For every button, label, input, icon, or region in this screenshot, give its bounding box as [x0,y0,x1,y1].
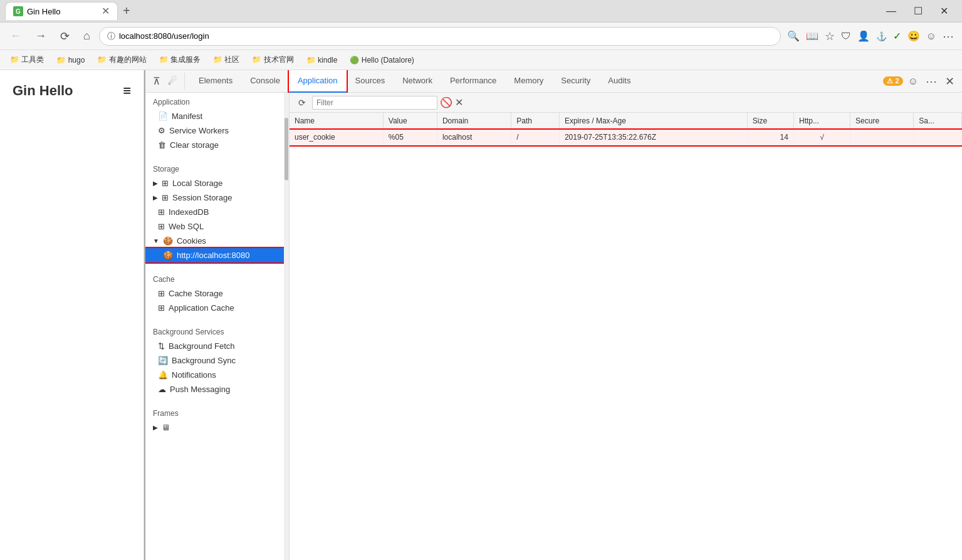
sidebar-item-cookies[interactable]: ▼ 🍪 Cookies [145,234,289,248]
push-messaging-icon: ☁ [158,385,166,394]
back-button[interactable]: ← [5,27,26,45]
profile-btn[interactable]: 👤 [855,28,872,44]
bookmark-integration[interactable]: 📁 集成服务 [154,53,206,67]
more-btn[interactable]: ⋯ [940,27,957,46]
col-size[interactable]: Size [747,113,793,130]
sidebar-item-service-workers[interactable]: ⚙ Service Workers [145,123,289,138]
sidebar-item-app-cache[interactable]: ⊞ Application Cache [145,301,289,315]
local-storage-icon: ⊞ [162,179,169,188]
cell-name: user_cookie [290,130,383,145]
bookmark-interesting[interactable]: 📁 有趣的网站 [92,53,151,67]
col-domain[interactable]: Domain [437,113,511,130]
extension-btn[interactable]: ⚓ [874,29,889,44]
localhost-icon: 🍪 [163,251,173,260]
sidebar-item-bg-sync[interactable]: 🔄 Background Sync [145,353,289,368]
bookmark-kindle[interactable]: 📁 kindle [301,54,343,66]
bookmark-tech[interactable]: 📁 技术官网 [247,53,298,67]
tab-security[interactable]: Security [552,70,599,93]
home-button[interactable]: ⌂ [78,27,95,45]
cache-storage-icon: ⊞ [158,289,165,298]
shield-btn[interactable]: 🛡 [839,28,854,44]
col-expires[interactable]: Expires / Max-Age [559,113,747,130]
frames-icon: 🖥 [162,423,170,432]
tab-elements[interactable]: Elements [190,70,241,93]
indexeddb-label: IndexedDB [169,207,209,217]
page-header: Gin Hello ≡ [13,83,131,99]
col-http[interactable]: Http... [793,113,850,130]
tab-audits[interactable]: Audits [599,70,639,93]
minimize-button[interactable]: — [877,3,905,19]
cookies-arrow: ▼ [153,237,159,244]
filter-block-button[interactable]: 🚫 [440,96,452,108]
devtools-toolbar: ⊼ ☄ Elements Console Application Sources [145,70,962,93]
col-path[interactable]: Path [511,113,560,130]
tab-favicon: G [13,6,23,16]
refresh-button[interactable]: ⟳ [295,96,310,109]
tab-console[interactable]: Console [241,70,289,93]
col-name[interactable]: Name [290,113,383,130]
forward-button[interactable]: → [30,27,51,45]
filter-close-button[interactable]: ✕ [455,96,463,108]
device-icon[interactable]: ☄ [165,73,179,90]
manifest-icon: 📄 [158,111,168,121]
new-tab-button[interactable]: + [120,4,133,18]
address-input[interactable]: localhost:8080/user/login [119,31,773,41]
tab-application[interactable]: Application [289,70,347,93]
close-button[interactable]: ✕ [931,3,957,19]
emoji-btn[interactable]: ☺ [906,73,921,90]
cookies-icon: 🍪 [163,236,173,246]
reload-button[interactable]: ⟳ [55,27,75,46]
sidebar-item-localhost[interactable]: 🍪 http://localhost:8080 [145,248,289,262]
filter-bar: ⟳ 🚫 ✕ [290,93,962,113]
tab-sources[interactable]: Sources [347,70,394,93]
cookie-table: Name Value Domain Path Expires / Max-Age… [290,113,962,560]
sidebar-item-cache-storage[interactable]: ⊞ Cache Storage [145,286,289,301]
user-icon-btn[interactable]: 😀 [905,28,923,44]
tab-performance[interactable]: Performance [441,70,505,93]
sidebar-item-bg-fetch[interactable]: ⇅ Background Fetch [145,339,289,353]
reading-list-btn[interactable]: 📖 [803,28,821,44]
table-row[interactable]: user_cookie %05 localhost / 2019-07-25T1… [290,130,962,145]
sidebar-item-session-storage[interactable]: ▶ ⊞ Session Storage [145,190,289,205]
app-cache-label: Application Cache [169,303,234,313]
search-icon-btn[interactable]: 🔍 [785,28,802,44]
smiley-btn[interactable]: ☺ [924,28,939,44]
sidebar-item-manifest[interactable]: 📄 Manifest [145,109,289,123]
tab-memory[interactable]: Memory [505,70,552,93]
notifications-label: Notifications [172,370,216,380]
devtools-content: Application 📄 Manifest ⚙ Service Workers… [145,93,962,560]
bookmark-hugo[interactable]: 📁 hugo [51,54,90,66]
col-samesite[interactable]: Sa... [914,113,962,130]
tab-close-button[interactable]: ✕ [102,6,110,16]
sidebar-item-indexeddb[interactable]: ⊞ IndexedDB [145,205,289,219]
devtools-more-btn[interactable]: ⋯ [923,72,940,91]
sidebar-item-local-storage[interactable]: ▶ ⊞ Local Storage [145,176,289,190]
sidebar-item-push-messaging[interactable]: ☁ Push Messaging [145,382,289,397]
sidebar-scrollbar[interactable] [285,118,288,180]
bg-sync-label: Background Sync [172,356,236,365]
browser-tab[interactable]: G Gin Hello ✕ [5,2,118,20]
service-workers-icon: ⚙ [158,126,165,135]
bookmark-datalore[interactable]: 🟢 Hello (Datalore) [345,54,419,66]
bookmark-community[interactable]: 📁 社区 [208,53,244,67]
col-value[interactable]: Value [383,113,437,130]
sidebar-item-websql[interactable]: ⊞ Web SQL [145,219,289,234]
col-secure[interactable]: Secure [850,113,914,130]
tab-memory-label: Memory [514,76,543,85]
sidebar-item-clear-storage[interactable]: 🗑 Clear storage [145,138,289,152]
devtools-panel: ⊼ ☄ Elements Console Application Sources [144,70,962,560]
clear-storage-icon: 🗑 [158,140,166,150]
sidebar-item-notifications[interactable]: 🔔 Notifications [145,368,289,382]
indexeddb-icon: ⊞ [158,207,165,217]
hamburger-menu[interactable]: ≡ [123,83,131,99]
inspector-icon[interactable]: ⊼ [150,73,163,90]
verified-btn[interactable]: ✓ [891,28,904,44]
tab-network[interactable]: Network [394,70,441,93]
sidebar-item-frames[interactable]: ▶ 🖥 [145,420,289,435]
bookmark-tools[interactable]: 📁 工具类 [5,53,49,67]
maximize-button[interactable]: ☐ [905,3,931,19]
star-btn[interactable]: ☆ [822,27,837,46]
filter-input[interactable] [312,96,437,110]
localhost-label: http://localhost:8080 [177,251,249,260]
devtools-close-btn[interactable]: ✕ [943,72,957,91]
